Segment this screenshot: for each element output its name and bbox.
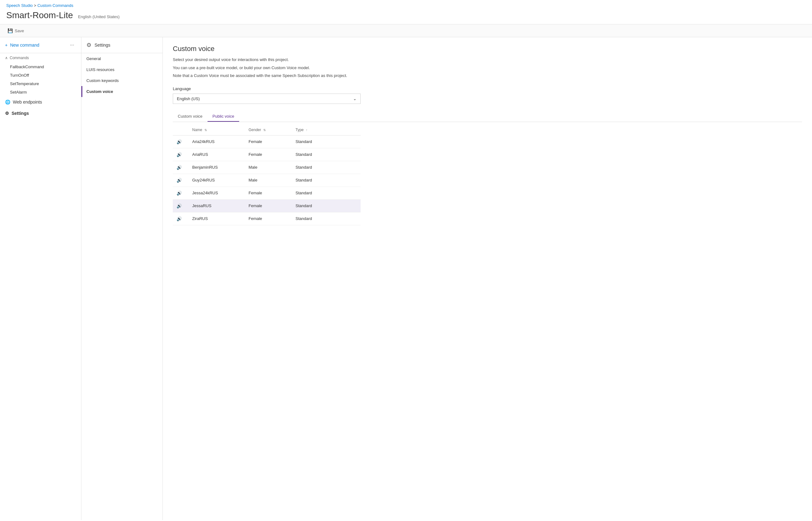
- row-type: Standard: [292, 174, 361, 186]
- row-speaker-icon[interactable]: 🔊: [173, 199, 188, 212]
- new-command-bar: + New command ···: [0, 37, 81, 53]
- table-row[interactable]: 🔊 Guy24kRUS Male Standard: [173, 174, 361, 186]
- tab-custom-voice[interactable]: Custom voice: [173, 111, 207, 122]
- middle-panel-header: ⚙ Settings: [82, 37, 162, 53]
- commands-section-label: Commands: [10, 56, 29, 60]
- row-type: Standard: [292, 186, 361, 199]
- breadcrumb: Speech Studio > Custom Commands: [0, 0, 812, 9]
- sidebar: + New command ··· ∧ Commands FallbackCom…: [0, 37, 82, 520]
- new-command-button[interactable]: + New command: [5, 43, 40, 48]
- row-gender: Male: [245, 174, 292, 186]
- middle-nav-general[interactable]: General: [82, 53, 162, 64]
- page-title-area: Smart-Room-Lite English (United States): [0, 9, 812, 24]
- commands-list: FallbackCommand TurnOnOff SetTemperature…: [0, 63, 81, 96]
- more-options-button[interactable]: ···: [68, 42, 76, 48]
- row-name: AriaRUS: [188, 148, 245, 161]
- voice-tabs: Custom voice Public voice: [173, 111, 802, 122]
- sidebar-item-settings[interactable]: ⚙ Settings: [0, 108, 81, 119]
- row-name: Guy24kRUS: [188, 174, 245, 186]
- language-dropdown[interactable]: English (US) ⌄: [173, 94, 361, 104]
- save-icon: 💾: [7, 28, 13, 33]
- content-panel: Custom voice Select your desired output …: [163, 37, 812, 520]
- content-title: Custom voice: [173, 45, 802, 53]
- sidebar-item-fallback[interactable]: FallbackCommand: [0, 63, 81, 71]
- commands-section-header[interactable]: ∧ Commands: [0, 53, 81, 63]
- chevron-down-icon: ⌄: [353, 96, 357, 101]
- settings-gear-icon: ⚙: [5, 111, 9, 116]
- sidebar-item-settemperature[interactable]: SetTemperature: [0, 80, 81, 88]
- middle-nav-list: General LUIS resources Custom keywords C…: [82, 53, 162, 97]
- row-speaker-icon[interactable]: 🔊: [173, 148, 188, 161]
- row-type: Standard: [292, 135, 361, 148]
- row-gender: Female: [245, 199, 292, 212]
- voice-table: Name ⇅ Gender ⇅ Type ↑: [173, 124, 361, 225]
- middle-panel: ⚙ Settings General LUIS resources Custom…: [82, 37, 163, 520]
- row-name: Jessa24kRUS: [188, 186, 245, 199]
- language-value: English (US): [177, 96, 200, 101]
- table-row[interactable]: 🔊 Aria24kRUS Female Standard: [173, 135, 361, 148]
- save-label: Save: [15, 28, 24, 33]
- col-header-name[interactable]: Name ⇅: [188, 124, 245, 135]
- content-desc-2: You can use a pre-built voice model, or …: [173, 65, 802, 71]
- middle-nav-luis[interactable]: LUIS resources: [82, 64, 162, 75]
- name-sort-icon: ⇅: [204, 128, 207, 132]
- row-name: Aria24kRUS: [188, 135, 245, 148]
- table-row[interactable]: 🔊 Jessa24kRUS Female Standard: [173, 186, 361, 199]
- middle-panel-title: Settings: [94, 43, 111, 48]
- page-subtitle: English (United States): [78, 15, 119, 19]
- settings-header-gear-icon: ⚙: [86, 42, 91, 48]
- collapse-icon: ∧: [5, 56, 8, 60]
- sidebar-item-turnonoff[interactable]: TurnOnOff: [0, 71, 81, 80]
- content-desc-3: Note that a Custom Voice must be associa…: [173, 73, 802, 79]
- row-speaker-icon[interactable]: 🔊: [173, 186, 188, 199]
- row-speaker-icon[interactable]: 🔊: [173, 212, 188, 225]
- table-row[interactable]: 🔊 BenjaminRUS Male Standard: [173, 161, 361, 174]
- row-gender: Female: [245, 186, 292, 199]
- tab-public-voice[interactable]: Public voice: [207, 111, 239, 122]
- globe-icon: 🌐: [5, 99, 10, 105]
- save-button[interactable]: 💾 Save: [5, 27, 27, 35]
- new-command-label: New command: [10, 43, 39, 48]
- table-row[interactable]: 🔊 ZiraRUS Female Standard: [173, 212, 361, 225]
- row-name: JessaRUS: [188, 199, 245, 212]
- col-header-gender[interactable]: Gender ⇅: [245, 124, 292, 135]
- row-speaker-icon[interactable]: 🔊: [173, 174, 188, 186]
- table-row[interactable]: 🔊 JessaRUS Female Standard: [173, 199, 361, 212]
- middle-nav-custom-keywords[interactable]: Custom keywords: [82, 75, 162, 86]
- page-title: Smart-Room-Lite: [6, 10, 73, 20]
- col-header-type[interactable]: Type ↑: [292, 124, 361, 135]
- sidebar-item-web-endpoints[interactable]: 🌐 Web endpoints: [0, 96, 81, 108]
- middle-nav-custom-voice[interactable]: Custom voice: [82, 86, 162, 97]
- type-sort-icon: ↑: [306, 128, 308, 132]
- language-section: Language English (US) ⌄: [173, 86, 802, 104]
- row-speaker-icon[interactable]: 🔊: [173, 135, 188, 148]
- col-header-icon: [173, 124, 188, 135]
- row-speaker-icon[interactable]: 🔊: [173, 161, 188, 174]
- sidebar-item-setalarm[interactable]: SetAlarm: [0, 88, 81, 96]
- breadcrumb-custom-commands[interactable]: Custom Commands: [37, 3, 73, 8]
- settings-label: Settings: [12, 111, 29, 116]
- table-row[interactable]: 🔊 AriaRUS Female Standard: [173, 148, 361, 161]
- row-gender: Male: [245, 161, 292, 174]
- row-gender: Female: [245, 212, 292, 225]
- row-type: Standard: [292, 199, 361, 212]
- row-name: ZiraRUS: [188, 212, 245, 225]
- language-label: Language: [173, 86, 802, 91]
- breadcrumb-separator: >: [34, 3, 37, 8]
- row-gender: Female: [245, 135, 292, 148]
- row-type: Standard: [292, 212, 361, 225]
- row-type: Standard: [292, 148, 361, 161]
- row-gender: Female: [245, 148, 292, 161]
- breadcrumb-speech-studio[interactable]: Speech Studio: [6, 3, 33, 8]
- content-desc-1: Select your desired output voice for int…: [173, 56, 802, 63]
- row-name: BenjaminRUS: [188, 161, 245, 174]
- plus-icon: +: [5, 43, 7, 48]
- gender-sort-icon: ⇅: [263, 128, 266, 132]
- row-type: Standard: [292, 161, 361, 174]
- web-endpoints-label: Web endpoints: [13, 99, 42, 105]
- toolbar: 💾 Save: [0, 24, 812, 37]
